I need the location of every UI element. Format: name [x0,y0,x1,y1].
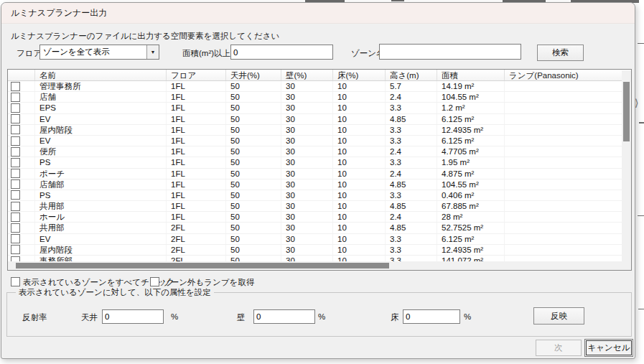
cancel-button[interactable]: キャンセル [584,339,633,357]
row-ceiling-pct: 50 [226,190,281,200]
table-row[interactable]: EV 1FL 50 30 10 4.85 6.125 m² [8,114,622,125]
row-wall-pct: 30 [281,81,333,91]
column-header-height[interactable]: 高さ(m) [386,70,437,80]
row-floor: 1FL [167,136,226,146]
column-header-wall[interactable]: 壁(%) [281,70,333,80]
row-floor-pct: 10 [333,169,386,179]
row-checkbox-cell [8,201,35,211]
table-row[interactable]: EV 2FL 50 30 10 3.3 6.125 m² [8,234,622,245]
horizontal-scrollbar-thumb[interactable] [16,263,389,269]
row-ceiling-pct: 50 [226,179,281,190]
table-row[interactable]: 屋内階段 2FL 50 30 10 3.3 12.4935 m² [8,245,622,256]
search-button[interactable]: 検索 [537,45,584,61]
table-row[interactable]: EPS 1FL 50 30 10 3.3 1.2 m² [8,103,622,113]
table-row[interactable]: 共用部 1FL 50 30 10 4.85 67.885 m² [8,201,622,212]
ceiling-reflectance-input[interactable] [102,309,164,324]
apply-button[interactable]: 反映 [533,307,584,325]
row-wall-pct: 30 [281,223,333,233]
column-header-floor[interactable]: フロア [167,70,226,80]
row-checkbox[interactable] [11,202,20,211]
table-row[interactable]: 管理事務所 1FL 50 30 10 5.7 14.19 m² [8,81,622,92]
row-name: EV [35,136,167,146]
row-wall-pct: 30 [281,212,333,222]
row-area: 4.875 m² [437,169,505,179]
check-all-zones-checkbox[interactable] [11,277,20,286]
table-row[interactable]: ポーチ 1FL 50 30 10 2.4 4.875 m² [8,169,622,179]
column-header-checkbox[interactable] [8,70,35,80]
row-checkbox[interactable] [11,82,20,91]
next-button[interactable]: 次 [536,340,582,356]
table-row[interactable]: 共用部 2FL 50 30 10 4.85 52.7525 m² [8,223,622,233]
table-row[interactable]: 店舗 1FL 50 30 10 2.4 104.55 m² [8,92,622,103]
wall-reflectance-input[interactable] [253,309,315,324]
column-header-area[interactable]: 面積 [437,70,505,80]
row-floor: 1FL [167,103,226,113]
row-area: 4.7705 m² [437,146,505,157]
row-checkbox[interactable] [11,223,20,233]
row-name: 共用部 [35,201,167,211]
area-filter-label: 面積(m²)以上 [182,48,230,59]
floor-filter-dropdown[interactable]: ゾーンを全て表示 ▼ [39,45,159,60]
row-checkbox[interactable] [11,245,20,254]
horizontal-scrollbar[interactable] [8,261,622,270]
dialog-titlebar[interactable]: ルミナスプランナー出力 [1,3,635,24]
row-checkbox[interactable] [11,234,20,243]
row-floor: 1FL [167,179,226,190]
row-floor: 2FL [167,234,226,244]
row-height: 4.85 [386,179,437,190]
table-row[interactable]: 店舗部 1FL 50 30 10 4.85 104.55 m² [8,179,622,190]
floor-percent-label: % [464,312,471,321]
row-lamp [505,146,622,157]
row-lamp [505,201,622,211]
row-lamp [505,114,622,124]
ceiling-label: 天井 [81,312,98,323]
row-checkbox[interactable] [11,136,20,146]
zone-name-input[interactable] [379,44,521,60]
vertical-scrollbar[interactable] [622,70,631,261]
table-row[interactable]: EV 1FL 50 30 10 3.3 6.125 m² [8,136,622,146]
row-checkbox-cell [8,114,35,124]
floor-filter-value: ゾーンを全て表示 [40,45,146,59]
row-floor-pct: 10 [333,136,386,146]
row-height: 4.85 [386,223,437,233]
row-checkbox[interactable] [11,169,20,178]
column-header-name[interactable]: 名前 [35,70,167,80]
floor-reflectance-input[interactable] [403,309,460,324]
row-checkbox-cell [8,169,35,179]
row-checkbox[interactable] [11,103,20,113]
row-checkbox[interactable] [11,179,20,189]
table-row[interactable]: ホール 1FL 50 30 10 2.4 28 m² [8,212,622,223]
row-checkbox[interactable] [11,158,20,167]
row-ceiling-pct: 50 [226,201,281,211]
row-checkbox[interactable] [11,147,20,157]
table-row[interactable]: PS 1FL 50 30 10 3.3 1.95 m² [8,157,622,168]
row-lamp [505,92,622,102]
column-header-ceiling[interactable]: 天井(%) [226,70,281,80]
row-checkbox[interactable] [11,125,20,134]
area-filter-input[interactable] [230,45,333,60]
row-name: EV [35,234,167,244]
row-checkbox[interactable] [11,93,20,102]
table-row[interactable]: 屋内階段 1FL 50 30 10 3.3 12.4935 m² [8,125,622,136]
row-checkbox[interactable] [11,114,20,123]
outside-lamp-checkbox[interactable] [150,277,159,286]
row-checkbox[interactable] [11,213,20,222]
vertical-scrollbar-thumb[interactable] [623,82,630,141]
row-height: 3.3 [386,234,437,244]
row-height: 3.3 [386,245,437,255]
row-ceiling-pct: 50 [226,103,281,113]
attributes-group-title: 表示されているゾーンに対して、以下の属性を設定 [16,287,214,298]
row-lamp [505,136,622,146]
row-name: 共用部 [35,223,167,233]
row-checkbox-cell [8,125,35,135]
background-artifact [638,43,644,44]
row-checkbox[interactable] [11,190,20,200]
row-wall-pct: 30 [281,245,333,255]
row-checkbox-cell [8,234,35,244]
chevron-down-icon[interactable]: ▼ [146,45,159,59]
column-header-lamp[interactable]: ランプ(Panasonic) [505,70,622,80]
table-row[interactable]: 便所 1FL 50 30 10 2.4 4.7705 m² [8,146,622,157]
column-header-floor-pct[interactable]: 床(%) [333,70,386,80]
row-checkbox-cell [8,103,35,113]
table-row[interactable]: PS 1FL 50 30 10 3.3 0.406 m² [8,190,622,201]
